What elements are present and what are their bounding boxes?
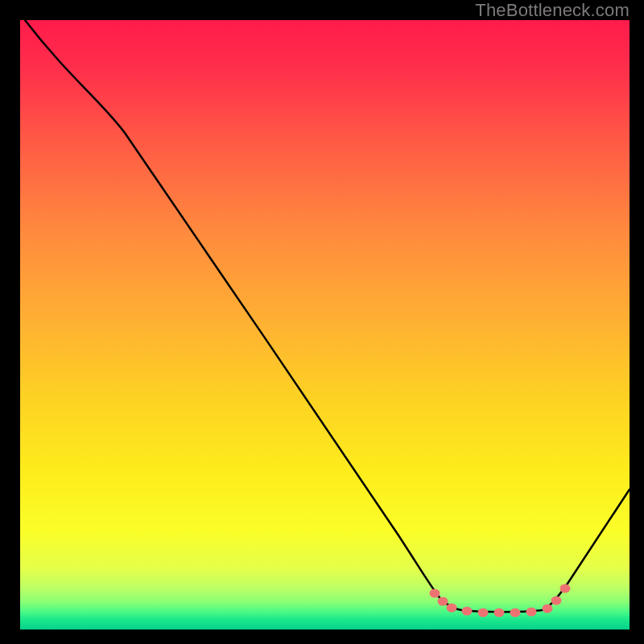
curve-marker bbox=[526, 608, 537, 617]
curve-marker bbox=[438, 597, 448, 606]
curve-marker bbox=[551, 597, 562, 605]
watermark-text: TheBottleneck.com bbox=[475, 0, 630, 21]
curve-marker bbox=[462, 607, 473, 616]
curve-marker bbox=[430, 589, 440, 598]
curve-marker bbox=[494, 609, 505, 617]
curve-marker bbox=[543, 605, 553, 613]
curve-marker bbox=[510, 609, 521, 617]
gradient-background bbox=[20, 20, 630, 630]
chart-frame: TheBottleneck.com bbox=[0, 0, 644, 644]
curve-marker bbox=[560, 584, 571, 593]
curve-marker bbox=[447, 604, 457, 613]
chart-plot bbox=[20, 20, 630, 630]
curve-marker bbox=[478, 609, 489, 617]
